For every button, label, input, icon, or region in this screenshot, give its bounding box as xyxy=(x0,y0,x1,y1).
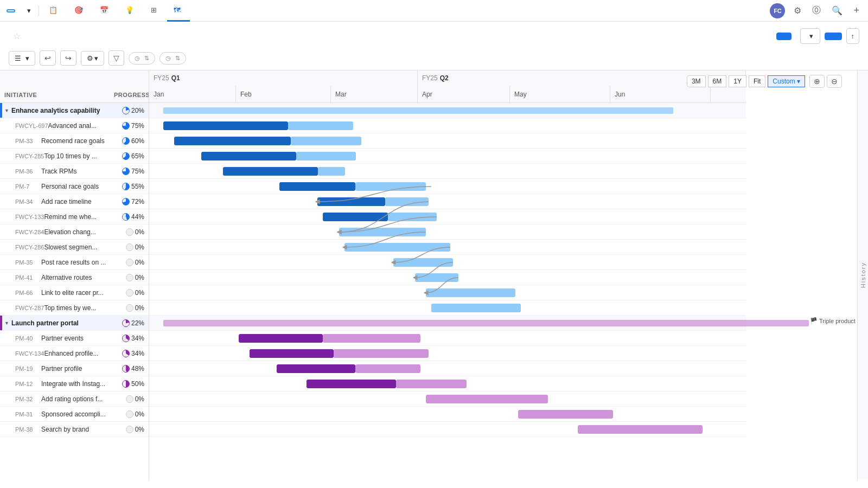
gantt-bar-row[interactable] xyxy=(149,331,746,346)
gantt-scroll-container[interactable]: FY25 Q1 FY25 Q2 Jan Feb Mar Apr May Jun xyxy=(149,70,868,480)
zoom-in-button[interactable]: ⊕ xyxy=(809,75,825,88)
gantt-bar-row[interactable] xyxy=(149,361,746,376)
group-gantt-bar[interactable] xyxy=(163,320,809,326)
feature-bar[interactable] xyxy=(355,182,426,191)
search-button[interactable]: 🔍 xyxy=(829,3,845,18)
feature-bar[interactable] xyxy=(431,304,521,312)
nav-item-knowledge[interactable]: 📋 xyxy=(42,0,67,22)
list-item[interactable]: PM-33 Recomend race goals 60% xyxy=(0,133,149,149)
list-item[interactable]: PM-12 Integrate with Instag... 50% xyxy=(0,376,149,391)
settings-dropdown[interactable]: ⚙ ▾ xyxy=(81,51,104,66)
feature-bar[interactable] xyxy=(388,213,437,221)
list-item[interactable]: PM-7 Personal race goals 55% xyxy=(0,179,149,194)
list-item[interactable]: PM-19 Partner profile 48% xyxy=(0,361,149,376)
roadmap-dropdown[interactable]: ☰ ▾ xyxy=(9,51,35,66)
feature-bar[interactable] xyxy=(279,182,355,191)
gantt-bar-row[interactable]: 🏴Triple product revenue YoY xyxy=(149,316,746,331)
feature-bar[interactable] xyxy=(334,349,429,358)
feature-bar[interactable] xyxy=(578,425,703,434)
nav-item-strategy[interactable]: 🎯 xyxy=(68,0,92,22)
time-fit-button[interactable]: Fit xyxy=(749,75,765,87)
nav-item-roadmaps[interactable]: 🗺 xyxy=(167,0,190,22)
initiative-filter-chip[interactable]: ◷ ⇅ xyxy=(159,52,186,65)
feature-bar[interactable] xyxy=(339,228,426,236)
list-item[interactable]: PM-66 Link to elite racer pr... 0% xyxy=(0,285,149,300)
gantt-bar-row[interactable] xyxy=(149,164,746,179)
list-item[interactable]: FWCYL-697 Advanced anal... 75% xyxy=(0,118,149,133)
gantt-bar-row[interactable] xyxy=(149,391,746,407)
gantt-bar-row[interactable] xyxy=(149,209,746,224)
gantt-bar-row[interactable] xyxy=(149,118,746,133)
feature-bar[interactable] xyxy=(291,137,361,145)
feature-bar[interactable] xyxy=(396,380,467,388)
filter-button[interactable]: ▽ xyxy=(108,50,124,66)
feature-bar[interactable] xyxy=(288,121,353,130)
gantt-bar-row[interactable] xyxy=(149,224,746,240)
list-item[interactable]: PM-35 Post race results on ... 0% xyxy=(0,255,149,270)
list-item[interactable]: PM-34 Add race timeline 72% xyxy=(0,194,149,209)
feature-bar[interactable] xyxy=(307,380,396,388)
workspace-selector[interactable]: ▾ xyxy=(21,4,35,17)
list-item[interactable]: FWCY-285 Top 10 times by ... 65% xyxy=(0,149,149,164)
time-3m-button[interactable]: 3M xyxy=(687,75,706,87)
gantt-bar-row[interactable]: 🏴Freemium model optimization xyxy=(149,103,746,118)
save-changes-button[interactable] xyxy=(825,33,842,40)
nav-item-features[interactable]: ⊞ xyxy=(144,0,166,22)
feature-bar[interactable] xyxy=(426,288,515,297)
app-logo[interactable] xyxy=(7,9,15,12)
export-button[interactable]: ↑ xyxy=(846,28,860,44)
list-item[interactable]: PM-32 Add rating options f... 0% xyxy=(0,391,149,407)
feature-bar[interactable] xyxy=(223,167,318,176)
time-1y-button[interactable]: 1Y xyxy=(729,75,746,87)
redo-button[interactable]: ↪ xyxy=(60,50,76,66)
feature-bar[interactable] xyxy=(174,137,291,145)
feature-bar[interactable] xyxy=(518,410,613,419)
gantt-bar-row[interactable] xyxy=(149,422,746,437)
views-button[interactable]: ▾ xyxy=(800,28,820,44)
list-item[interactable]: FWCY-134 Enhanced profile... 34% xyxy=(0,346,149,361)
feature-bar[interactable] xyxy=(318,167,345,176)
feature-bar[interactable] xyxy=(323,213,388,221)
list-item[interactable]: PM-31 Sponsored accompli... 0% xyxy=(0,407,149,422)
gantt-bar-row[interactable] xyxy=(149,179,746,194)
nav-item-releases[interactable]: 📅 xyxy=(93,0,118,22)
feature-bar[interactable] xyxy=(355,364,420,373)
feature-bar[interactable] xyxy=(385,197,429,206)
feature-bar[interactable] xyxy=(201,152,296,160)
avatar[interactable]: FC xyxy=(770,3,785,18)
gantt-bar-row[interactable] xyxy=(149,300,746,316)
gantt-bar-row[interactable] xyxy=(149,194,746,209)
undo-button[interactable]: ↩ xyxy=(40,50,56,66)
feature-bar[interactable] xyxy=(344,243,450,252)
list-item[interactable]: PM-41 Alternative routes 0% xyxy=(0,270,149,285)
gantt-bar-row[interactable] xyxy=(149,346,746,361)
time-custom-button[interactable]: Custom ▾ xyxy=(768,75,805,87)
list-item[interactable]: FWCY-287 Top times by we... 0% xyxy=(0,300,149,316)
feature-bar[interactable] xyxy=(415,273,458,282)
gantt-bar-row[interactable] xyxy=(149,285,746,300)
list-item[interactable]: PM-36 Track RPMs 75% xyxy=(0,164,149,179)
workspace-filter-chip[interactable]: ◷ ⇅ xyxy=(129,52,155,65)
nav-item-ideas[interactable]: 💡 xyxy=(119,0,143,22)
time-6m-button[interactable]: 6M xyxy=(708,75,727,87)
group-row[interactable]: ▼ Launch partner portal 22% xyxy=(0,316,149,331)
group-gantt-bar[interactable] xyxy=(163,107,673,114)
feature-bar[interactable] xyxy=(163,121,288,130)
left-body[interactable]: ▼ Enhance analytics capability 20% FWCYL… xyxy=(0,103,149,480)
add-initiative-button[interactable] xyxy=(776,33,792,40)
list-item[interactable]: FWCY-284 Elevation chang... 0% xyxy=(0,224,149,240)
feature-bar[interactable] xyxy=(323,334,420,343)
list-item[interactable]: PM-38 Search by brand 0% xyxy=(0,422,149,437)
feature-bar[interactable] xyxy=(250,349,334,358)
gantt-bar-row[interactable] xyxy=(149,407,746,422)
settings-button[interactable]: ⚙ xyxy=(792,3,803,18)
feature-bar[interactable] xyxy=(277,364,355,373)
feature-bar[interactable] xyxy=(426,395,548,403)
notifications-button[interactable]: ⓪ xyxy=(810,3,823,18)
feature-bar[interactable] xyxy=(393,258,453,267)
gantt-bar-row[interactable] xyxy=(149,240,746,255)
history-panel[interactable]: History xyxy=(857,70,868,480)
feature-bar[interactable] xyxy=(317,197,385,206)
star-icon[interactable]: ☆ xyxy=(13,31,21,41)
list-item[interactable]: PM-40 Partner events 34% xyxy=(0,331,149,346)
